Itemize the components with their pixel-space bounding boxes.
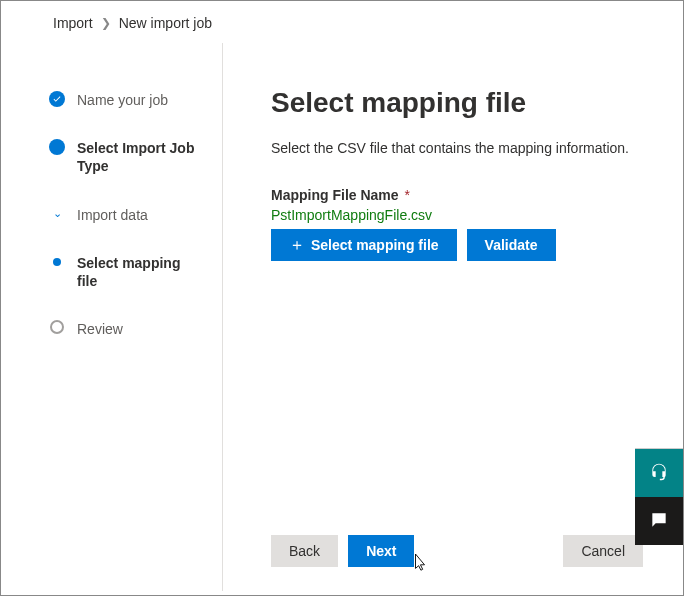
main-panel: Select mapping file Select the CSV file … [223, 43, 683, 591]
step-label: Select Import Job Type [65, 139, 195, 205]
step-review[interactable]: Review [49, 320, 206, 368]
back-button[interactable]: Back [271, 535, 338, 567]
dot-icon [53, 258, 61, 266]
required-mark: * [404, 187, 409, 203]
step-select-type[interactable]: Select Import Job Type [49, 139, 206, 205]
chevron-right-icon: ❯ [101, 16, 111, 30]
breadcrumb-root[interactable]: Import [53, 15, 93, 31]
field-label: Mapping File Name * [271, 187, 643, 203]
feedback-button[interactable] [635, 497, 683, 545]
checkmark-icon [49, 91, 65, 107]
step-select-mapping[interactable]: Select mapping file [49, 254, 206, 320]
step-label: Review [65, 320, 123, 368]
cancel-button[interactable]: Cancel [563, 535, 643, 567]
wizard-steps: Name your job Select Import Job Type ⌄ I… [1, 43, 223, 591]
support-button[interactable] [635, 449, 683, 497]
breadcrumb-current: New import job [119, 15, 212, 31]
feedback-icon [649, 510, 669, 533]
validate-button[interactable]: Validate [467, 229, 556, 261]
step-label: Import data [65, 206, 148, 254]
step-import-data[interactable]: ⌄ Import data [49, 206, 206, 254]
chevron-down-icon: ⌄ [49, 206, 65, 222]
step-label: Select mapping file [65, 254, 195, 320]
step-name-job[interactable]: Name your job [49, 91, 206, 139]
select-mapping-file-button[interactable]: ＋ Select mapping file [271, 229, 457, 261]
plus-icon: ＋ [289, 237, 305, 253]
wizard-footer: Back Next Cancel [223, 519, 683, 591]
step-label: Name your job [65, 91, 168, 139]
selected-filename: PstImportMappingFile.csv [271, 207, 643, 223]
headset-icon [649, 462, 669, 485]
page-description: Select the CSV file that contains the ma… [271, 139, 643, 159]
circle-icon [50, 320, 64, 334]
breadcrumb: Import ❯ New import job [1, 1, 683, 43]
next-button[interactable]: Next [348, 535, 414, 567]
page-title: Select mapping file [271, 87, 643, 119]
side-toolbar [635, 448, 683, 545]
current-step-icon [49, 139, 65, 155]
